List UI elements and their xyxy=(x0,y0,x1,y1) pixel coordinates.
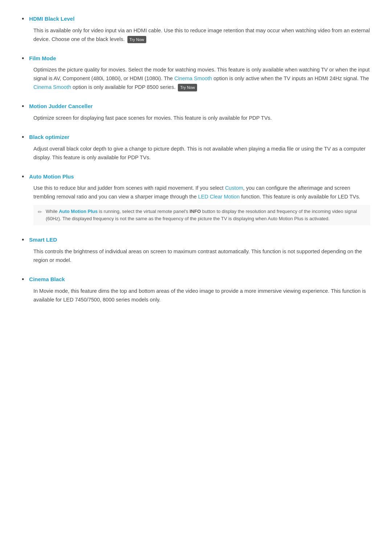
hdmi-black-level-text: This is available only for video input v… xyxy=(33,28,370,42)
smart-led-text: This controls the brightness of individu… xyxy=(33,249,362,263)
bullet-dot: • xyxy=(22,132,24,143)
bullet-dot: • xyxy=(22,235,24,245)
section-smart-led: • Smart LED This controls the brightness… xyxy=(22,235,370,265)
bullet-dot: • xyxy=(22,14,24,24)
bullet-dot: • xyxy=(22,53,24,64)
section-title-motion-judder: Motion Judder Canceller xyxy=(29,102,93,111)
cinema-smooth-link-2: Cinema Smooth xyxy=(33,84,71,90)
section-body-auto-motion-plus: Use this to reduce blur and judder from … xyxy=(33,184,370,225)
note-auto-motion-plus-bold: Auto Motion Plus xyxy=(59,209,98,214)
cinema-black-text: In Movie mode, this feature dims the top… xyxy=(33,288,366,303)
motion-judder-text: Optimize screen for displaying fast pace… xyxy=(33,115,272,121)
cinema-smooth-link-1: Cinema Smooth xyxy=(174,75,212,81)
section-body-film-mode: Optimizes the picture quality for movies… xyxy=(33,66,370,92)
section-body-cinema-black: In Movie mode, this feature dims the top… xyxy=(33,287,370,304)
section-cinema-black: • Cinema Black In Movie mode, this featu… xyxy=(22,275,370,304)
section-film-mode: • Film Mode Optimizes the picture qualit… xyxy=(22,54,370,92)
pencil-icon: ✏ xyxy=(38,208,42,216)
section-body-motion-judder: Optimize screen for displaying fast pace… xyxy=(33,114,370,123)
section-auto-motion-plus: • Auto Motion Plus Use this to reduce bl… xyxy=(22,172,370,226)
section-motion-judder: • Motion Judder Canceller Optimize scree… xyxy=(22,102,370,123)
auto-motion-text-3: function. This feature is only available… xyxy=(240,194,360,200)
section-title-hdmi-black-level: HDMI Black Level xyxy=(29,15,74,23)
bullet-dot: • xyxy=(22,101,24,112)
bullet-dot: • xyxy=(22,172,24,182)
try-now-button-film[interactable]: Try Now xyxy=(178,84,197,91)
section-title-film-mode: Film Mode xyxy=(29,54,56,63)
black-optimizer-text: Adjust overall black color depth to give… xyxy=(33,146,366,160)
bullet-dot: • xyxy=(22,274,24,285)
note-text: While Auto Motion Plus is running, selec… xyxy=(46,208,366,222)
custom-link: Custom xyxy=(225,185,243,191)
section-title-smart-led: Smart LED xyxy=(29,235,57,244)
section-title-black-optimizer: Black optimizer xyxy=(29,133,69,141)
led-clear-motion-link: LED Clear Motion xyxy=(198,194,240,200)
content-area: • HDMI Black Level This is available onl… xyxy=(22,15,370,304)
film-mode-text-2: option is only active when the TV inputs… xyxy=(212,75,369,81)
section-black-optimizer: • Black optimizer Adjust overall black c… xyxy=(22,133,370,162)
note-info-bold: INFO xyxy=(189,209,201,214)
film-mode-text-3: option is only available for PDP 8500 se… xyxy=(71,84,177,90)
auto-motion-text-1: Use this to reduce blur and judder from … xyxy=(33,185,225,191)
section-title-auto-motion-plus: Auto Motion Plus xyxy=(29,172,74,181)
try-now-button-hdmi[interactable]: Try Now xyxy=(127,36,147,43)
auto-motion-note: ✏ While Auto Motion Plus is running, sel… xyxy=(33,205,370,225)
section-body-black-optimizer: Adjust overall black color depth to give… xyxy=(33,145,370,162)
section-hdmi-black-level: • HDMI Black Level This is available onl… xyxy=(22,15,370,44)
section-body-smart-led: This controls the brightness of individu… xyxy=(33,247,370,265)
section-body-hdmi-black-level: This is available only for video input v… xyxy=(33,26,370,44)
section-title-cinema-black: Cinema Black xyxy=(29,275,65,284)
